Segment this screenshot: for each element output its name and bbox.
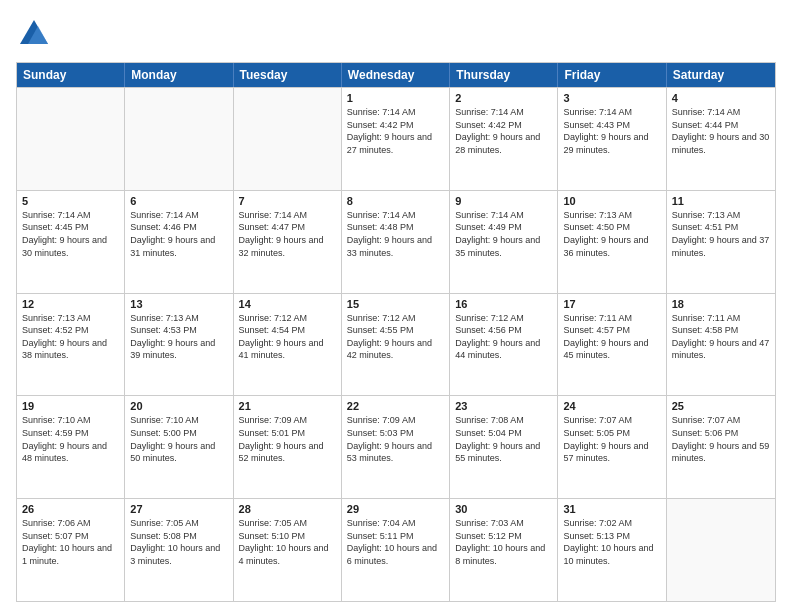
day-cell-1: 1Sunrise: 7:14 AM Sunset: 4:42 PM Daylig… bbox=[342, 88, 450, 190]
day-info: Sunrise: 7:14 AM Sunset: 4:43 PM Dayligh… bbox=[563, 106, 660, 156]
weekday-header-tuesday: Tuesday bbox=[234, 63, 342, 87]
day-cell-28: 28Sunrise: 7:05 AM Sunset: 5:10 PM Dayli… bbox=[234, 499, 342, 601]
empty-cell-r0c2 bbox=[234, 88, 342, 190]
day-number: 23 bbox=[455, 400, 552, 412]
day-cell-18: 18Sunrise: 7:11 AM Sunset: 4:58 PM Dayli… bbox=[667, 294, 775, 396]
day-info: Sunrise: 7:12 AM Sunset: 4:56 PM Dayligh… bbox=[455, 312, 552, 362]
day-number: 13 bbox=[130, 298, 227, 310]
day-number: 29 bbox=[347, 503, 444, 515]
day-cell-19: 19Sunrise: 7:10 AM Sunset: 4:59 PM Dayli… bbox=[17, 396, 125, 498]
day-info: Sunrise: 7:13 AM Sunset: 4:53 PM Dayligh… bbox=[130, 312, 227, 362]
page: SundayMondayTuesdayWednesdayThursdayFrid… bbox=[0, 0, 792, 612]
day-info: Sunrise: 7:14 AM Sunset: 4:45 PM Dayligh… bbox=[22, 209, 119, 259]
day-cell-9: 9Sunrise: 7:14 AM Sunset: 4:49 PM Daylig… bbox=[450, 191, 558, 293]
day-cell-29: 29Sunrise: 7:04 AM Sunset: 5:11 PM Dayli… bbox=[342, 499, 450, 601]
day-cell-6: 6Sunrise: 7:14 AM Sunset: 4:46 PM Daylig… bbox=[125, 191, 233, 293]
day-info: Sunrise: 7:14 AM Sunset: 4:49 PM Dayligh… bbox=[455, 209, 552, 259]
day-number: 25 bbox=[672, 400, 770, 412]
day-cell-25: 25Sunrise: 7:07 AM Sunset: 5:06 PM Dayli… bbox=[667, 396, 775, 498]
day-number: 11 bbox=[672, 195, 770, 207]
day-number: 28 bbox=[239, 503, 336, 515]
calendar-body: 1Sunrise: 7:14 AM Sunset: 4:42 PM Daylig… bbox=[17, 87, 775, 601]
weekday-header-monday: Monday bbox=[125, 63, 233, 87]
day-cell-15: 15Sunrise: 7:12 AM Sunset: 4:55 PM Dayli… bbox=[342, 294, 450, 396]
day-number: 16 bbox=[455, 298, 552, 310]
day-info: Sunrise: 7:07 AM Sunset: 5:06 PM Dayligh… bbox=[672, 414, 770, 464]
day-info: Sunrise: 7:11 AM Sunset: 4:57 PM Dayligh… bbox=[563, 312, 660, 362]
empty-cell-r0c0 bbox=[17, 88, 125, 190]
day-number: 20 bbox=[130, 400, 227, 412]
day-info: Sunrise: 7:14 AM Sunset: 4:42 PM Dayligh… bbox=[455, 106, 552, 156]
day-cell-14: 14Sunrise: 7:12 AM Sunset: 4:54 PM Dayli… bbox=[234, 294, 342, 396]
day-info: Sunrise: 7:13 AM Sunset: 4:52 PM Dayligh… bbox=[22, 312, 119, 362]
day-info: Sunrise: 7:14 AM Sunset: 4:48 PM Dayligh… bbox=[347, 209, 444, 259]
day-number: 19 bbox=[22, 400, 119, 412]
weekday-header-friday: Friday bbox=[558, 63, 666, 87]
day-number: 17 bbox=[563, 298, 660, 310]
day-number: 26 bbox=[22, 503, 119, 515]
day-number: 9 bbox=[455, 195, 552, 207]
day-number: 15 bbox=[347, 298, 444, 310]
calendar-row-4: 19Sunrise: 7:10 AM Sunset: 4:59 PM Dayli… bbox=[17, 395, 775, 498]
day-number: 2 bbox=[455, 92, 552, 104]
day-number: 22 bbox=[347, 400, 444, 412]
day-info: Sunrise: 7:05 AM Sunset: 5:08 PM Dayligh… bbox=[130, 517, 227, 567]
day-info: Sunrise: 7:04 AM Sunset: 5:11 PM Dayligh… bbox=[347, 517, 444, 567]
logo-icon bbox=[16, 16, 52, 52]
day-info: Sunrise: 7:14 AM Sunset: 4:46 PM Dayligh… bbox=[130, 209, 227, 259]
calendar-header-row: SundayMondayTuesdayWednesdayThursdayFrid… bbox=[17, 63, 775, 87]
day-info: Sunrise: 7:10 AM Sunset: 4:59 PM Dayligh… bbox=[22, 414, 119, 464]
day-number: 30 bbox=[455, 503, 552, 515]
day-number: 12 bbox=[22, 298, 119, 310]
weekday-header-saturday: Saturday bbox=[667, 63, 775, 87]
calendar-row-3: 12Sunrise: 7:13 AM Sunset: 4:52 PM Dayli… bbox=[17, 293, 775, 396]
calendar: SundayMondayTuesdayWednesdayThursdayFrid… bbox=[16, 62, 776, 602]
day-cell-20: 20Sunrise: 7:10 AM Sunset: 5:00 PM Dayli… bbox=[125, 396, 233, 498]
day-cell-17: 17Sunrise: 7:11 AM Sunset: 4:57 PM Dayli… bbox=[558, 294, 666, 396]
day-cell-10: 10Sunrise: 7:13 AM Sunset: 4:50 PM Dayli… bbox=[558, 191, 666, 293]
day-cell-21: 21Sunrise: 7:09 AM Sunset: 5:01 PM Dayli… bbox=[234, 396, 342, 498]
day-number: 21 bbox=[239, 400, 336, 412]
day-info: Sunrise: 7:02 AM Sunset: 5:13 PM Dayligh… bbox=[563, 517, 660, 567]
day-cell-27: 27Sunrise: 7:05 AM Sunset: 5:08 PM Dayli… bbox=[125, 499, 233, 601]
day-info: Sunrise: 7:11 AM Sunset: 4:58 PM Dayligh… bbox=[672, 312, 770, 362]
day-number: 14 bbox=[239, 298, 336, 310]
day-number: 5 bbox=[22, 195, 119, 207]
empty-cell-r0c1 bbox=[125, 88, 233, 190]
logo bbox=[16, 16, 58, 52]
day-cell-31: 31Sunrise: 7:02 AM Sunset: 5:13 PM Dayli… bbox=[558, 499, 666, 601]
day-number: 27 bbox=[130, 503, 227, 515]
day-info: Sunrise: 7:06 AM Sunset: 5:07 PM Dayligh… bbox=[22, 517, 119, 567]
day-info: Sunrise: 7:12 AM Sunset: 4:54 PM Dayligh… bbox=[239, 312, 336, 362]
day-number: 10 bbox=[563, 195, 660, 207]
day-cell-7: 7Sunrise: 7:14 AM Sunset: 4:47 PM Daylig… bbox=[234, 191, 342, 293]
day-info: Sunrise: 7:09 AM Sunset: 5:01 PM Dayligh… bbox=[239, 414, 336, 464]
day-info: Sunrise: 7:14 AM Sunset: 4:44 PM Dayligh… bbox=[672, 106, 770, 156]
weekday-header-wednesday: Wednesday bbox=[342, 63, 450, 87]
day-info: Sunrise: 7:13 AM Sunset: 4:50 PM Dayligh… bbox=[563, 209, 660, 259]
day-number: 31 bbox=[563, 503, 660, 515]
day-number: 18 bbox=[672, 298, 770, 310]
calendar-row-5: 26Sunrise: 7:06 AM Sunset: 5:07 PM Dayli… bbox=[17, 498, 775, 601]
day-cell-4: 4Sunrise: 7:14 AM Sunset: 4:44 PM Daylig… bbox=[667, 88, 775, 190]
day-cell-22: 22Sunrise: 7:09 AM Sunset: 5:03 PM Dayli… bbox=[342, 396, 450, 498]
day-number: 4 bbox=[672, 92, 770, 104]
day-number: 6 bbox=[130, 195, 227, 207]
day-info: Sunrise: 7:13 AM Sunset: 4:51 PM Dayligh… bbox=[672, 209, 770, 259]
day-cell-8: 8Sunrise: 7:14 AM Sunset: 4:48 PM Daylig… bbox=[342, 191, 450, 293]
day-number: 8 bbox=[347, 195, 444, 207]
day-cell-11: 11Sunrise: 7:13 AM Sunset: 4:51 PM Dayli… bbox=[667, 191, 775, 293]
day-cell-30: 30Sunrise: 7:03 AM Sunset: 5:12 PM Dayli… bbox=[450, 499, 558, 601]
day-cell-12: 12Sunrise: 7:13 AM Sunset: 4:52 PM Dayli… bbox=[17, 294, 125, 396]
day-cell-16: 16Sunrise: 7:12 AM Sunset: 4:56 PM Dayli… bbox=[450, 294, 558, 396]
calendar-row-2: 5Sunrise: 7:14 AM Sunset: 4:45 PM Daylig… bbox=[17, 190, 775, 293]
day-cell-26: 26Sunrise: 7:06 AM Sunset: 5:07 PM Dayli… bbox=[17, 499, 125, 601]
day-cell-5: 5Sunrise: 7:14 AM Sunset: 4:45 PM Daylig… bbox=[17, 191, 125, 293]
day-info: Sunrise: 7:09 AM Sunset: 5:03 PM Dayligh… bbox=[347, 414, 444, 464]
weekday-header-sunday: Sunday bbox=[17, 63, 125, 87]
day-info: Sunrise: 7:14 AM Sunset: 4:47 PM Dayligh… bbox=[239, 209, 336, 259]
day-info: Sunrise: 7:10 AM Sunset: 5:00 PM Dayligh… bbox=[130, 414, 227, 464]
empty-cell-r4c6 bbox=[667, 499, 775, 601]
day-cell-24: 24Sunrise: 7:07 AM Sunset: 5:05 PM Dayli… bbox=[558, 396, 666, 498]
day-cell-23: 23Sunrise: 7:08 AM Sunset: 5:04 PM Dayli… bbox=[450, 396, 558, 498]
